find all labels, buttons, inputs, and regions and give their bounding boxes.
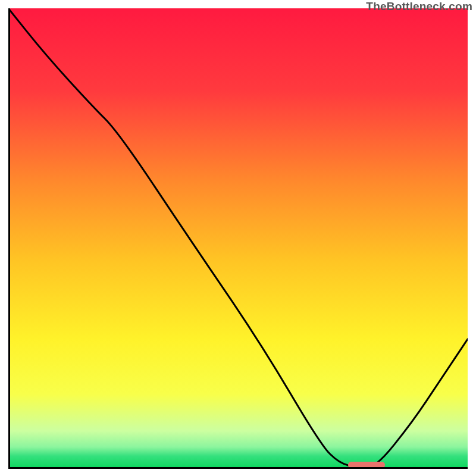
bottleneck-chart: TheBottleneck.com [0,0,476,476]
bottleneck-curve [8,8,468,468]
plot-area [8,8,468,468]
y-axis [8,8,10,469]
attribution-watermark: TheBottleneck.com [366,0,472,13]
x-axis [8,467,468,469]
